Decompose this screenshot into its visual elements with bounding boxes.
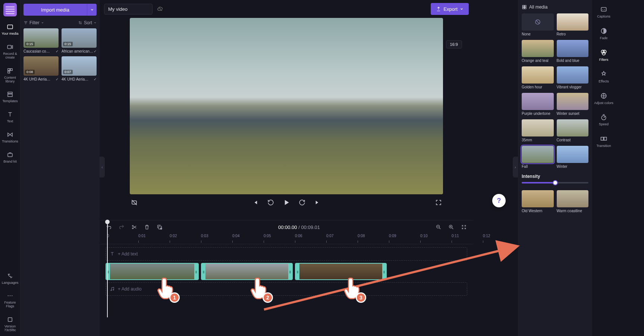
media-clip[interactable]: 0:084K UHD Aeria…✓ [23, 56, 59, 81]
right-rail-captions[interactable]: Captions [597, 5, 610, 19]
filter-card-35mm[interactable]: 35mm [522, 119, 554, 142]
filter-card-winter[interactable]: Winter [557, 146, 589, 169]
filter-name: Retro [557, 32, 589, 36]
sidebar-item-brand-kit[interactable]: Brand kit [0, 147, 20, 167]
copy-button[interactable] [156, 224, 163, 230]
clip-thumbnail: 0:15 [62, 28, 97, 48]
filter-thumb [557, 146, 589, 163]
filter-card-purple-undertone[interactable]: Purple undertone [522, 93, 554, 116]
svg-point-10 [12, 295, 12, 296]
sidebar-item-transitions[interactable]: Transitions [0, 127, 20, 147]
split-button[interactable] [131, 224, 138, 230]
playhead[interactable] [107, 220, 108, 317]
right-rail-effects[interactable]: Effects [599, 70, 609, 84]
play-button[interactable] [282, 198, 291, 207]
timeline-ruler[interactable]: 00:010:020:030:040:050:060:070:080:090:1… [100, 234, 473, 244]
right-rail-adjust-colors[interactable]: Adjust colors [594, 92, 613, 105]
filter-card-winter-sunset[interactable]: Winter sunset [557, 93, 589, 116]
timeline-clip-3[interactable]: |||| [295, 263, 387, 280]
sidebar-item-content-library[interactable]: Content library [0, 63, 20, 87]
video-title-input[interactable] [104, 4, 153, 15]
media-clip[interactable]: 0:074K UHD Aeria…✓ [62, 56, 97, 81]
clip-thumbnail: 0:15 [23, 28, 59, 48]
svg-point-14 [132, 228, 133, 229]
sidebar-label: Languages [2, 281, 19, 285]
delete-button[interactable] [144, 224, 150, 230]
slider-thumb[interactable] [553, 180, 558, 185]
media-clip[interactable]: 0:15African american…✓ [62, 28, 97, 53]
sidebar-item-text[interactable]: Text [0, 107, 20, 127]
svg-rect-0 [7, 25, 13, 29]
filter-thumb [522, 66, 554, 84]
clip-title: African american… [62, 49, 93, 53]
templates-icon [6, 91, 14, 98]
svg-rect-27 [601, 7, 606, 11]
skip-forward-button[interactable] [313, 198, 322, 207]
ruler-tick: 0:05 [264, 234, 271, 238]
none-icon [534, 19, 541, 25]
import-media-button[interactable]: Import media [23, 4, 87, 16]
filter-name: Warm coastline [557, 209, 589, 213]
sidebar-item-feature-flags[interactable]: Feature Flags [0, 288, 20, 312]
collapse-right-panel[interactable]: › [513, 157, 518, 178]
timeline-clip-2[interactable]: |||| [201, 263, 293, 280]
sidebar-label: Version 73c5f8c [1, 325, 19, 332]
aspect-ratio-badge[interactable]: 16:9 [446, 40, 462, 48]
timeline-clip-1[interactable]: |||| [106, 263, 199, 280]
filter-thumb [557, 40, 589, 57]
ruler-tick: 0:04 [232, 234, 239, 238]
sidebar-item-version[interactable]: Version 73c5f8c [0, 312, 20, 336]
zoom-in-button[interactable] [448, 224, 455, 230]
right-rail-filters[interactable]: Filters [599, 48, 609, 62]
rewind-button[interactable] [266, 198, 275, 207]
skip-back-button[interactable] [251, 198, 260, 207]
sidebar-item-your-media[interactable]: Your media [0, 19, 20, 40]
redo-button[interactable] [118, 224, 125, 230]
add-text-track[interactable]: + Add text [106, 247, 467, 261]
svg-rect-6 [8, 94, 12, 97]
fullscreen-button[interactable] [434, 198, 443, 207]
right-rail-fade[interactable]: Fade [600, 27, 608, 40]
media-clip[interactable]: 0:15Caucasian co…✓ [23, 28, 59, 53]
filter-card-old-western[interactable]: Old Western [522, 190, 554, 213]
filter-card-bold-and-blue[interactable]: Bold and blue [557, 40, 589, 63]
svg-rect-34 [601, 137, 604, 140]
filter-card-contrast[interactable]: Contrast [557, 119, 589, 142]
sidebar-item-record-create[interactable]: Record & create [0, 40, 20, 63]
captions-icon [600, 5, 608, 13]
filter-button[interactable]: Filter [23, 20, 44, 25]
intensity-slider[interactable] [522, 182, 588, 183]
filter-thumb [557, 13, 589, 31]
right-rail-speed[interactable]: Speed [599, 113, 609, 126]
sort-label: Sort [84, 20, 92, 25]
sidebar-item-languages[interactable]: Languages [0, 269, 20, 289]
filter-card-none[interactable]: None [522, 13, 554, 36]
chevron-down-icon [41, 21, 44, 24]
add-audio-track[interactable]: + Add audio [106, 282, 467, 296]
clip-used-check-icon: ✓ [94, 77, 97, 81]
filter-card-warm-coastline[interactable]: Warm coastline [557, 190, 589, 213]
help-button[interactable]: ? [492, 194, 506, 207]
effects-icon [600, 70, 608, 78]
sidebar-item-templates[interactable]: Templates [0, 87, 20, 107]
filter-card-orange-and-teal[interactable]: Orange and teal [522, 40, 554, 63]
export-button[interactable]: Export [431, 3, 469, 15]
video-preview[interactable] [130, 18, 443, 194]
undo-button[interactable] [106, 224, 112, 230]
svg-point-31 [602, 52, 605, 55]
filter-name: Golden hour [522, 85, 554, 89]
filter-card-vibrant-vlogger[interactable]: Vibrant vlogger [557, 66, 589, 89]
zoom-fit-button[interactable] [461, 224, 467, 230]
right-rail-transition[interactable]: Transition [596, 135, 611, 148]
filter-card-retro[interactable]: Retro [557, 13, 589, 36]
filter-thumb [557, 93, 589, 110]
forward-button[interactable] [298, 198, 307, 207]
sort-button[interactable]: Sort [78, 20, 97, 25]
filter-card-fall[interactable]: Fall [522, 146, 554, 169]
import-media-dropdown[interactable] [87, 4, 97, 16]
safe-zone-toggle[interactable] [130, 198, 139, 207]
filter-card-golden-hour[interactable]: Golden hour [522, 66, 554, 89]
filters-header: All media [522, 4, 588, 10]
zoom-out-button[interactable] [435, 224, 442, 230]
clip-title: 4K UHD Aeria… [62, 77, 88, 81]
